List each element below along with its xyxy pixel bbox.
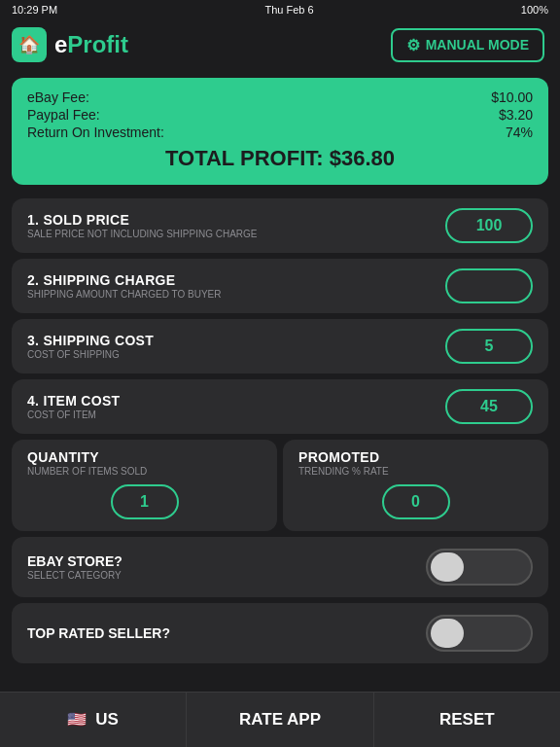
status-time: 10:29 PM <box>12 4 57 16</box>
fields-container: 1. SOLD PRICE SALE PRICE NOT INCLUDING S… <box>0 193 560 669</box>
ebay-fee-value: $10.00 <box>491 89 533 105</box>
quantity-cell: QUANTITY NUMBER OF ITEMS SOLD <box>12 440 277 531</box>
country-button[interactable]: 🇺🇸 US <box>0 693 187 747</box>
shipping-cost-title: 3. SHIPPING COST <box>27 333 154 348</box>
sold-price-label-area: 1. SOLD PRICE SALE PRICE NOT INCLUDING S… <box>27 212 258 239</box>
top-rated-seller-row: TOP RATED SELLER? <box>12 603 548 663</box>
sold-price-input[interactable] <box>445 208 533 243</box>
header: 🏠 eProfit ⚙ MANUAL MODE <box>0 19 560 70</box>
item-cost-row: 4. ITEM COST COST OF ITEM <box>12 379 548 434</box>
roi-row: Return On Investment: 74% <box>27 124 533 140</box>
bottom-bar: 🇺🇸 US RATE APP RESET <box>0 692 560 747</box>
rate-app-label: RATE APP <box>239 710 321 729</box>
status-bar: 10:29 PM Thu Feb 6 100% <box>0 0 560 19</box>
shipping-cost-subtitle: COST OF SHIPPING <box>27 349 154 360</box>
top-rated-seller-toggle-knob <box>431 619 464 648</box>
promoted-input-area <box>298 484 533 519</box>
country-label: US <box>95 710 119 729</box>
shipping-cost-input[interactable] <box>445 329 533 364</box>
quantity-subtitle: NUMBER OF ITEMS SOLD <box>27 466 147 477</box>
top-rated-seller-toggle[interactable] <box>426 615 533 652</box>
ebay-store-row: EBAY STORE? SELECT CATEGORY <box>12 537 548 597</box>
quantity-input-area <box>27 484 262 519</box>
total-profit: TOTAL PROFIT: $36.80 <box>27 146 533 171</box>
sold-price-subtitle: SALE PRICE NOT INCLUDING SHIPPING CHARGE <box>27 229 258 239</box>
quantity-title: QUANTITY <box>27 449 99 465</box>
promoted-subtitle: TRENDING % RATE <box>298 466 389 477</box>
manual-mode-label: MANUAL MODE <box>426 37 529 53</box>
item-cost-title: 4. ITEM COST <box>27 393 120 409</box>
results-card: eBay Fee: $10.00 Paypal Fee: $3.20 Retur… <box>12 78 548 185</box>
app-name: eProfit <box>54 31 128 58</box>
quantity-promoted-row: QUANTITY NUMBER OF ITEMS SOLD PROMOTED T… <box>12 440 548 531</box>
ebay-store-title: EBAY STORE? <box>27 553 122 569</box>
quantity-input[interactable] <box>111 484 179 519</box>
top-rated-seller-title: TOP RATED SELLER? <box>27 625 170 641</box>
shipping-cost-row: 3. SHIPPING COST COST OF SHIPPING <box>12 319 548 374</box>
ebay-store-toggle-knob <box>431 552 464 582</box>
shipping-charge-title: 2. SHIPPING CHARGE <box>27 272 221 288</box>
ebay-store-subtitle: SELECT CATEGORY <box>27 570 122 581</box>
shipping-charge-label-area: 2. SHIPPING CHARGE SHIPPING AMOUNT CHARG… <box>27 272 221 300</box>
flag-icon: 🇺🇸 <box>67 711 87 728</box>
item-cost-input[interactable] <box>445 389 533 424</box>
status-wifi: 100% <box>521 4 548 16</box>
ebay-fee-row: eBay Fee: $10.00 <box>27 89 533 105</box>
shipping-cost-label-area: 3. SHIPPING COST COST OF SHIPPING <box>27 333 154 360</box>
paypal-fee-label: Paypal Fee: <box>27 107 100 123</box>
rate-app-button[interactable]: RATE APP <box>187 693 373 747</box>
promoted-input[interactable] <box>382 484 450 519</box>
paypal-fee-row: Paypal Fee: $3.20 <box>27 107 533 123</box>
promoted-title: PROMOTED <box>298 449 379 465</box>
roi-label: Return On Investment: <box>27 124 164 140</box>
item-cost-subtitle: COST OF ITEM <box>27 409 120 420</box>
shipping-charge-subtitle: SHIPPING AMOUNT CHARGED TO BUYER <box>27 289 221 300</box>
status-day: Thu Feb 6 <box>264 4 313 16</box>
ebay-fee-label: eBay Fee: <box>27 89 89 105</box>
sold-price-row: 1. SOLD PRICE SALE PRICE NOT INCLUDING S… <box>12 198 548 253</box>
item-cost-label-area: 4. ITEM COST COST OF ITEM <box>27 393 120 420</box>
reset-label: RESET <box>439 710 495 729</box>
paypal-fee-value: $3.20 <box>499 107 533 123</box>
app-logo-icon: 🏠 <box>12 27 47 62</box>
shipping-charge-input[interactable] <box>445 268 533 303</box>
ebay-store-toggle[interactable] <box>426 549 533 586</box>
manual-mode-button[interactable]: ⚙ MANUAL MODE <box>391 28 544 62</box>
reset-button[interactable]: RESET <box>374 693 560 747</box>
top-rated-seller-label-area: TOP RATED SELLER? <box>27 625 170 641</box>
roi-value: 74% <box>506 124 533 140</box>
ebay-store-label-area: EBAY STORE? SELECT CATEGORY <box>27 553 122 581</box>
gear-icon: ⚙ <box>406 36 420 54</box>
shipping-charge-row: 2. SHIPPING CHARGE SHIPPING AMOUNT CHARG… <box>12 259 548 313</box>
sold-price-title: 1. SOLD PRICE <box>27 212 258 228</box>
logo-area: 🏠 eProfit <box>12 27 128 62</box>
promoted-cell: PROMOTED TRENDING % RATE <box>283 440 548 531</box>
